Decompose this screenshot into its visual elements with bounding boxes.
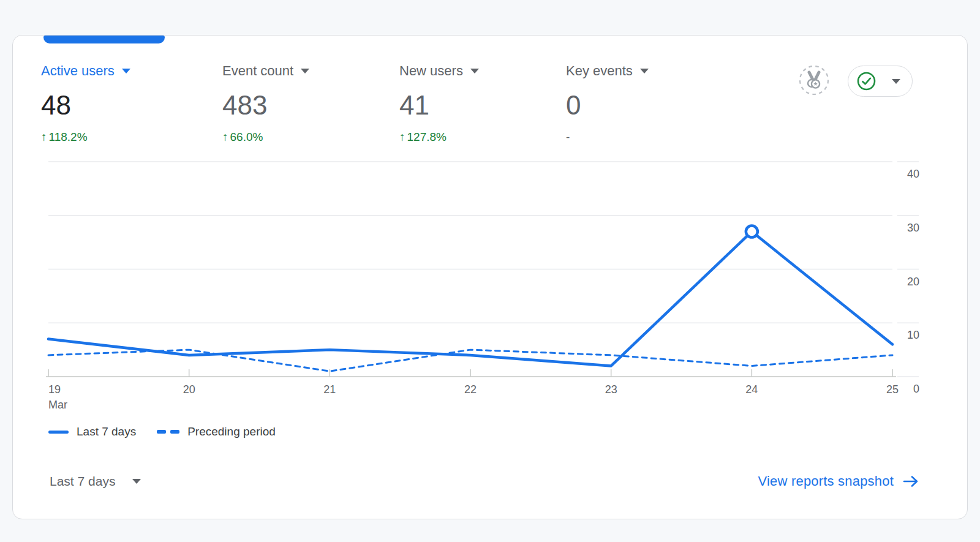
metric-selector-active-users[interactable]: Active users	[41, 62, 130, 80]
date-range-label: Last 7 days	[50, 474, 115, 489]
x-axis-label: 19	[48, 383, 61, 396]
metric-label: New users	[399, 63, 463, 79]
y-axis-label: 40	[907, 168, 919, 180]
delta-value: 118.2%	[49, 130, 88, 145]
x-axis-label: 22	[464, 383, 477, 396]
metric-label: Active users	[41, 63, 115, 79]
y-axis-label: 30	[907, 222, 919, 234]
x-axis-label: 24	[745, 383, 758, 396]
y-axis-label: 10	[907, 329, 919, 341]
metric-delta: ↑ 127.8%	[399, 130, 479, 145]
metric-selector-key-events[interactable]: Key events	[566, 62, 649, 80]
solid-line-swatch-icon	[48, 431, 69, 434]
chevron-down-icon	[640, 69, 649, 73]
arrow-up-icon: ↑	[41, 130, 47, 145]
metric-delta: -	[566, 130, 649, 145]
view-reports-snapshot-link[interactable]: View reports snapshot	[758, 473, 919, 489]
check-circle-icon	[857, 72, 876, 91]
metric-value: 48	[41, 89, 130, 121]
legend-label: Last 7 days	[77, 425, 136, 438]
metric-selector-event-count[interactable]: Event count	[222, 62, 309, 80]
metric-value: 41	[399, 89, 479, 121]
metric-label: Key events	[566, 63, 633, 79]
chevron-down-icon	[892, 79, 900, 84]
data-quality-button[interactable]	[848, 66, 913, 97]
delta-value: 127.8%	[407, 130, 447, 145]
chevron-down-icon	[122, 69, 130, 73]
arrow-up-icon: ↑	[222, 130, 228, 145]
metric-selector-new-users[interactable]: New users	[399, 62, 479, 80]
x-axis-label: 20	[183, 383, 195, 396]
peak-marker	[746, 226, 758, 238]
card-footer: Last 7 days View reports snapshot	[50, 466, 919, 497]
metric-label: Event count	[222, 63, 293, 79]
metric-new-users: New users 41 ↑ 127.8%	[399, 62, 479, 145]
overview-card: Active users 48 ↑ 118.2% Event count 483…	[12, 35, 968, 519]
chevron-down-icon	[301, 69, 309, 73]
x-axis-label: 25	[886, 383, 899, 396]
arrow-up-icon: ↑	[399, 130, 405, 145]
metric-delta: ↑ 118.2%	[41, 130, 130, 145]
metric-active-users: Active users 48 ↑ 118.2%	[41, 62, 130, 145]
link-label: View reports snapshot	[758, 473, 894, 489]
active-tab-indicator	[43, 36, 165, 43]
legend-item-preceding: Preceding period	[157, 425, 276, 438]
legend-label: Preceding period	[187, 425, 276, 438]
legend-item-current: Last 7 days	[48, 425, 136, 438]
benchmarking-medal-graphic	[799, 65, 829, 96]
chevron-down-icon	[470, 69, 479, 73]
metric-event-count: Event count 483 ↑ 66.0%	[222, 62, 309, 145]
metric-key-events: Key events 0 -	[566, 62, 649, 145]
delta-value: -	[566, 130, 570, 145]
chart-legend: Last 7 days Preceding period	[48, 425, 276, 438]
metric-value: 483	[222, 89, 309, 121]
date-range-selector[interactable]: Last 7 days	[50, 474, 141, 489]
arrow-right-icon	[902, 474, 919, 489]
y-axis-label: 0	[913, 383, 919, 395]
metric-delta: ↑ 66.0%	[222, 130, 309, 145]
x-axis-label: 21	[323, 383, 336, 396]
trend-chart: 01020304019202122232425Mar	[13, 158, 968, 410]
y-axis-label: 20	[907, 276, 919, 288]
chevron-down-icon	[132, 479, 141, 484]
benchmarking-medal-icon[interactable]	[799, 65, 829, 96]
metric-value: 0	[566, 89, 649, 121]
dashed-line-swatch-icon	[157, 430, 179, 434]
series-line-solid	[48, 231, 892, 366]
delta-value: 66.0%	[230, 130, 263, 145]
x-axis-month-label: Mar	[48, 399, 67, 410]
x-axis-label: 23	[605, 383, 617, 396]
